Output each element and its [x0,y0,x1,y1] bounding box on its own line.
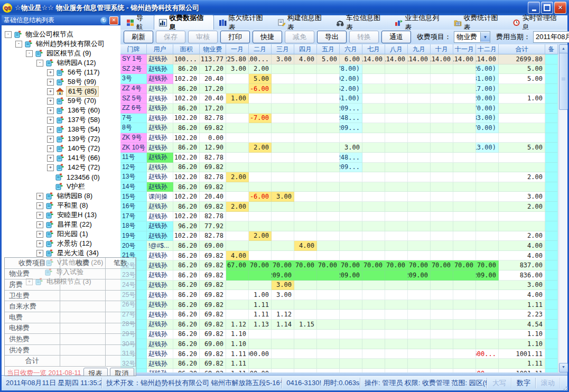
tree-item-8[interactable]: +136号 (60) [2,106,120,115]
tree-item-11[interactable]: +139号 (72) [2,134,120,144]
expand-icon[interactable]: + [47,145,54,152]
table-row[interactable]: 16号赵钱孙86.2069.822.002.00 [120,202,559,212]
tree-item-1[interactable]: -锦州趋势科技有限公司 [2,39,120,49]
column-header-0[interactable]: 门牌 [120,44,147,54]
collapse-icon[interactable]: - [36,60,43,67]
close-button[interactable]: ✕ [554,2,566,14]
table-row[interactable]: 13号赵钱孙102.2082.782.002.00 [120,172,559,182]
table-row[interactable]: 21号赵钱孙86.2069.824.004.00 [120,251,559,261]
tree-item-15[interactable]: 123456 (0) [2,172,120,182]
tree-item-18[interactable]: +平和里 (8) [2,201,120,210]
scrollbar-thumb[interactable] [559,53,568,110]
table-row[interactable]: 28号赵钱孙86.2069.821.121.131.141.154.54 [120,320,559,330]
report-button[interactable]: 报表 [83,368,108,376]
table-row[interactable]: 15号课间操102.2020.40-6.003.003.00 [120,192,559,202]
tree-item-6[interactable]: +61号 (85) [2,87,120,96]
scroll-down-icon[interactable]: ▼ [559,363,568,372]
collapse-icon[interactable]: - [15,41,22,48]
column-header-6[interactable]: 三月 [272,44,294,54]
toolbar-button-7[interactable]: 转换 [349,31,379,43]
table-row[interactable]: 29号赵钱孙86.2069.821.101.10 [120,330,559,340]
toolbar-button-6[interactable]: 导出 [317,31,347,43]
table-row[interactable]: 19号赵钱孙102.2082.782.002.00 [120,231,559,241]
column-header-7[interactable]: 四月 [294,44,317,54]
period-input[interactable]: 2011年08月11日 ▲▼ [533,31,569,43]
collapse-icon[interactable]: - [5,31,12,38]
expand-icon[interactable]: + [36,202,43,209]
toolbar-button-5[interactable]: 减免 [285,31,314,43]
column-header-1[interactable]: 用户 [147,44,173,54]
table-row[interactable]: 20号!@#$...86.2069.004.004.00 [120,241,559,251]
table-row[interactable]: 26号赵钱孙86.2069.821.111.11 [120,300,559,310]
expand-icon[interactable]: + [47,98,54,105]
toolbar-button-0[interactable]: 刷新 [124,31,153,43]
column-header-11[interactable]: 八月 [385,44,408,54]
table-row[interactable]: 32号赵钱孙86.2069.821.111.11 [120,359,559,369]
table-row[interactable]: 33号赵钱孙86.2069.821.11500.00-500...1001.11 [120,369,559,372]
column-header-4[interactable]: 一月 [226,44,249,54]
resize-grip[interactable] [560,383,567,390]
expand-icon[interactable]: + [47,88,54,95]
expand-icon[interactable]: + [47,136,54,143]
expand-icon[interactable]: + [36,240,43,247]
table-row[interactable]: 12号赵钱孙86.2069.82(209... [120,163,559,173]
column-header-15[interactable]: 十二月 [476,44,499,54]
table-row[interactable]: SZ 5号赵钱孙102.2020.401.00(61.00)(20.00)1.0… [120,94,559,104]
expand-icon[interactable]: + [47,79,54,86]
tree-item-9[interactable]: +137号 (58) [2,115,120,125]
tree-item-5[interactable]: +58号 (99) [2,77,120,87]
table-row[interactable]: 18号赵钱孙96.2077.92 [120,221,559,231]
table-row[interactable]: 7号赵钱孙102.2082.78-7.00(248...(83.00) [120,114,559,124]
expand-icon[interactable]: + [47,117,54,124]
tree-item-3[interactable]: -锦绣园A (12) [2,58,120,68]
column-header-13[interactable]: 十月 [431,44,453,54]
tree-item-7[interactable]: +59号 (70) [2,96,120,106]
column-header-3[interactable]: 物业费 [200,44,226,54]
tree-item-13[interactable]: +141号 (66) [2,153,120,163]
table-row[interactable]: 11号赵钱孙102.2082.78(248... [120,153,559,163]
table-row[interactable]: 23号赵钱孙86.2069.82209.00209.00209.00209.00… [120,270,559,281]
expand-icon[interactable]: + [47,107,54,114]
column-header-8[interactable]: 五月 [317,44,340,54]
toolbar-button-2[interactable]: 审核 [188,31,218,43]
tab-6[interactable]: 收费统计图表 [449,15,508,30]
table-row[interactable]: 3号赵钱孙102.2020.405.00(92.00)(31.00)5.00 [120,74,559,84]
tree-item-20[interactable]: +昌祥里 (22) [2,220,120,229]
toolbar-button-3[interactable]: 打印 [220,31,250,43]
table-row[interactable]: 22号赵钱孙86.2069.8267.0070.0070.0070.0070.0… [120,260,559,270]
column-header-9[interactable]: 六月 [340,44,362,54]
tree-item-0[interactable]: -物业公司根节点 [2,30,120,39]
expand-icon[interactable]: + [36,212,43,219]
expand-icon[interactable]: + [36,221,43,228]
maximize-button[interactable] [541,2,553,14]
tree-item-10[interactable]: +138号 (54) [2,125,120,134]
tree-item-4[interactable]: +56号 (117) [2,68,120,77]
toolbar-button-1[interactable]: 保存 [156,31,185,43]
cancel-button[interactable]: 取消 [110,368,134,376]
table-row[interactable]: 14号赵钱孙86.2069.82 [120,182,559,192]
column-header-17[interactable]: 备 [545,44,558,54]
toolbar-button-4[interactable]: 快捷 [253,31,282,43]
tab-2[interactable]: 陈欠统计图表 [214,15,273,30]
refresh-tree-icon[interactable]: ↻ [100,17,108,24]
tab-3[interactable]: 构建信息图表 [273,15,331,30]
expand-icon[interactable]: + [47,126,54,133]
table-row[interactable]: 17号赵钱孙102.2082.78 [120,212,559,222]
table-row[interactable]: SZ 2号赵钱孙86.2017.203.002.00(78.00)(26.00)… [120,64,559,74]
close-panel-icon[interactable]: ✕ [109,16,118,25]
table-row[interactable]: ZZ 4号赵钱孙86.2017.20-6.00(52.00)(17.00) [120,84,559,94]
expand-icon[interactable]: + [47,155,54,162]
expand-icon[interactable]: + [47,164,54,171]
table-row[interactable]: SY 1号赵钱孙100...113.772225.80-100...3.004.… [120,54,559,64]
column-header-5[interactable]: 二月 [249,44,272,54]
table-row[interactable]: ZK 9号赵钱孙102.200.00 [120,133,559,143]
expand-icon[interactable]: + [47,69,54,76]
tab-1[interactable]: 收费数据信息 [154,15,213,30]
tree-item-16[interactable]: V护栏 [2,182,120,191]
expand-icon[interactable]: + [36,193,43,200]
tab-7[interactable]: 实时管理信息 [508,15,566,30]
minimize-button[interactable] [528,2,540,14]
table-row[interactable]: 30号赵钱孙86.2069.001.101.10 [120,339,559,349]
tab-0[interactable]: 导航 [122,15,154,30]
table-row[interactable]: 24号赵钱孙86.2069.823.003.00 [120,281,559,291]
